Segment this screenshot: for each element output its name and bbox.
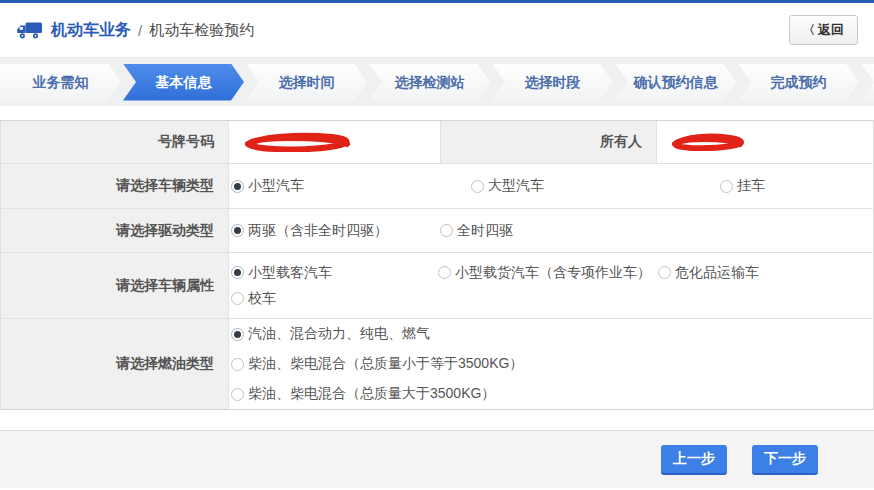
radio-label: 全时四驱 bbox=[457, 222, 513, 240]
radio-label: 汽油、混合动力、纯电、燃气 bbox=[248, 325, 430, 343]
drive-type-options: 两驱（含非全时四驱） 全时四驱 bbox=[229, 209, 873, 252]
row-vehicle-attr: 请选择车辆属性 小型载客汽车 小型载货汽车（含专项作业车） 危化品运输车 校车 bbox=[1, 253, 873, 319]
step-select-time[interactable]: 选择时间 bbox=[246, 64, 367, 101]
fuel-type-label: 请选择燃油类型 bbox=[1, 319, 229, 409]
radio-icon bbox=[440, 224, 453, 237]
radio-label: 柴油、柴电混合（总质量小于等于3500KG） bbox=[248, 355, 523, 373]
step-basic-info[interactable]: 基本信息 bbox=[123, 64, 244, 101]
previous-step-button[interactable]: 上一步 bbox=[661, 445, 727, 475]
radio-label: 危化品运输车 bbox=[675, 264, 759, 282]
radio-icon bbox=[438, 266, 451, 279]
radio-full-time-4wd[interactable]: 全时四驱 bbox=[440, 222, 513, 240]
back-chevron-icon: 〈 bbox=[803, 23, 815, 37]
vehicle-type-label: 请选择车辆类型 bbox=[1, 164, 229, 208]
radio-label: 大型汽车 bbox=[488, 177, 544, 195]
fuel-type-line-3: 柴油、柴电混合（总质量大于3500KG） bbox=[231, 379, 495, 409]
radio-icon bbox=[231, 266, 244, 279]
vehicle-type-options: 小型汽车 大型汽车 挂车 bbox=[229, 164, 873, 208]
radio-large-car[interactable]: 大型汽车 bbox=[471, 177, 720, 195]
radio-icon bbox=[658, 266, 671, 279]
fuel-type-line-2: 柴油、柴电混合（总质量小于等于3500KG） bbox=[231, 349, 523, 379]
step-business-notice[interactable]: 业务需知 bbox=[0, 64, 121, 101]
breadcrumb-current: 机动车检验预约 bbox=[149, 21, 254, 40]
step-filler-segment bbox=[861, 64, 874, 101]
radio-icon bbox=[231, 358, 244, 371]
radio-icon bbox=[231, 180, 244, 193]
radio-label: 挂车 bbox=[737, 177, 765, 195]
back-button[interactable]: 〈返回 bbox=[789, 15, 858, 45]
radio-diesel-le-3500kg[interactable]: 柴油、柴电混合（总质量小于等于3500KG） bbox=[231, 355, 523, 373]
vehicle-inspection-appointment-page: 机动车业务 / 机动车检验预约 〈返回 业务需知 基本信息 选择时间 选择检测站… bbox=[0, 0, 874, 490]
step-select-station[interactable]: 选择检测站 bbox=[369, 64, 490, 101]
radio-icon bbox=[231, 224, 244, 237]
owner-redaction-scribble bbox=[667, 133, 749, 151]
radio-icon bbox=[720, 180, 733, 193]
vehicle-attr-line-1: 小型载客汽车 小型载货汽车（含专项作业车） 危化品运输车 bbox=[231, 260, 759, 286]
spacer bbox=[0, 410, 874, 430]
breadcrumb-separator: / bbox=[138, 22, 142, 39]
radio-label: 两驱（含非全时四驱） bbox=[248, 222, 388, 240]
radio-hazmat-transport[interactable]: 危化品运输车 bbox=[658, 264, 759, 282]
page-header: 机动车业务 / 机动车检验预约 〈返回 bbox=[0, 3, 874, 57]
owner-value bbox=[657, 121, 873, 163]
radio-icon bbox=[231, 292, 244, 305]
row-fuel-type: 请选择燃油类型 汽油、混合动力、纯电、燃气 柴油、柴电混合（总质量小于等于350… bbox=[1, 319, 873, 409]
radio-trailer[interactable]: 挂车 bbox=[720, 177, 765, 195]
radio-label: 小型汽车 bbox=[248, 177, 304, 195]
radio-diesel-gt-3500kg[interactable]: 柴油、柴电混合（总质量大于3500KG） bbox=[231, 385, 495, 403]
vehicle-attr-line-2: 校车 bbox=[231, 286, 276, 312]
fuel-type-options: 汽油、混合动力、纯电、燃气 柴油、柴电混合（总质量小于等于3500KG） 柴油、… bbox=[229, 319, 873, 409]
basic-info-form: 号牌号码 所有人 请选择车辆类型 小型汽车 大型汽车 bbox=[0, 120, 874, 410]
radio-icon bbox=[471, 180, 484, 193]
owner-label: 所有人 bbox=[441, 121, 657, 163]
vehicle-attr-options: 小型载客汽车 小型载货汽车（含专项作业车） 危化品运输车 校车 bbox=[229, 253, 873, 318]
drive-type-label: 请选择驱动类型 bbox=[1, 209, 229, 252]
radio-small-passenger[interactable]: 小型载客汽车 bbox=[231, 264, 438, 282]
row-vehicle-type: 请选择车辆类型 小型汽车 大型汽车 挂车 bbox=[1, 164, 873, 209]
row-plate-owner: 号牌号码 所有人 bbox=[1, 121, 873, 164]
radio-school-bus[interactable]: 校车 bbox=[231, 290, 276, 308]
radio-icon bbox=[231, 388, 244, 401]
row-drive-type: 请选择驱动类型 两驱（含非全时四驱） 全时四驱 bbox=[1, 209, 873, 253]
truck-icon bbox=[16, 21, 43, 40]
plate-redaction-scribble bbox=[239, 132, 357, 152]
back-button-label: 返回 bbox=[818, 22, 844, 37]
step-navigation: 业务需知 基本信息 选择时间 选择检测站 选择时段 确认预约信息 完成预约 bbox=[0, 57, 874, 106]
radio-small-car[interactable]: 小型汽车 bbox=[231, 177, 471, 195]
fuel-type-line-1: 汽油、混合动力、纯电、燃气 bbox=[231, 319, 430, 349]
radio-small-cargo[interactable]: 小型载货汽车（含专项作业车） bbox=[438, 264, 658, 282]
radio-label: 校车 bbox=[248, 290, 276, 308]
radio-label: 小型载客汽车 bbox=[248, 264, 332, 282]
radio-icon bbox=[231, 328, 244, 341]
next-step-button[interactable]: 下一步 bbox=[752, 445, 818, 475]
radio-label: 小型载货汽车（含专项作业车） bbox=[455, 264, 651, 282]
plate-number-label: 号牌号码 bbox=[1, 121, 229, 163]
vehicle-attr-label: 请选择车辆属性 bbox=[1, 253, 229, 318]
step-select-period[interactable]: 选择时段 bbox=[492, 64, 613, 101]
radio-gasoline-hybrid-electric-gas[interactable]: 汽油、混合动力、纯电、燃气 bbox=[231, 325, 430, 343]
step-confirm-info[interactable]: 确认预约信息 bbox=[615, 64, 736, 101]
radio-two-wheel-drive[interactable]: 两驱（含非全时四驱） bbox=[231, 222, 440, 240]
radio-label: 柴油、柴电混合（总质量大于3500KG） bbox=[248, 385, 495, 403]
plate-number-value bbox=[229, 121, 441, 163]
step-complete[interactable]: 完成预约 bbox=[738, 64, 859, 101]
footer-actions: 上一步 下一步 bbox=[0, 430, 874, 488]
breadcrumb-root[interactable]: 机动车业务 bbox=[51, 20, 131, 41]
